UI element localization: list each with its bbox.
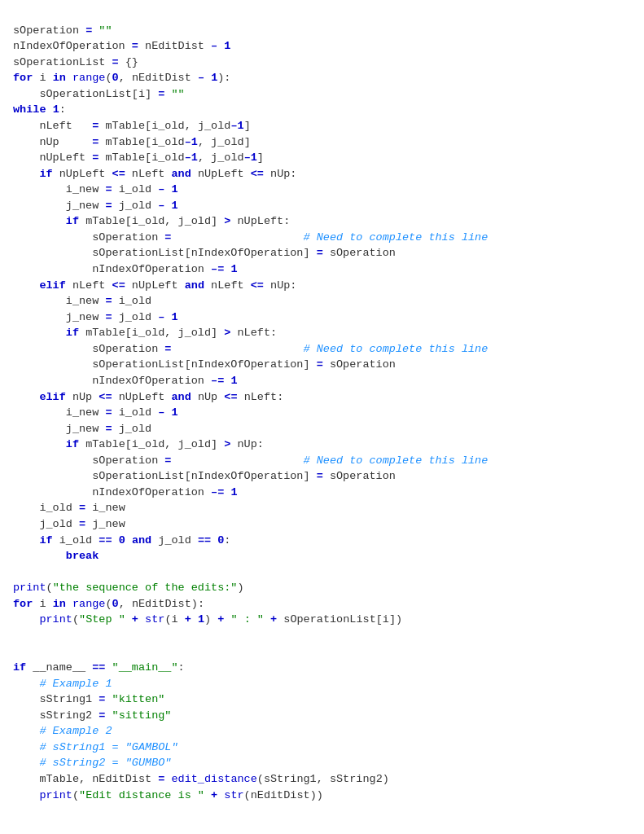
line-30: nIndexOfOperation –= 1 <box>13 486 237 498</box>
line-28: sOperation = # Need to complete this lin… <box>13 454 488 467</box>
line-21: sOperation = # Need to complete this lin… <box>13 343 488 355</box>
line-43: # sString1 = "GAMBOL" <box>13 741 178 753</box>
line-26: j_new = j_old <box>13 423 151 435</box>
line-5: sOperationList[i] = "" <box>13 88 185 100</box>
line-12: j_new = j_old – 1 <box>13 200 178 212</box>
line-20: if mTable[i_old, j_old] > nLeft: <box>13 327 277 339</box>
line-18: i_new = i_old <box>13 295 151 307</box>
line-19: j_new = j_old – 1 <box>13 311 178 323</box>
line-23: nIndexOfOperation –= 1 <box>13 375 237 387</box>
line-7: nLeft = mTable[i_old, j_old–1] <box>13 120 251 132</box>
line-39: # Example 1 <box>13 678 112 690</box>
code-editor: sOperation = "" nIndexOfOperation = nEdi… <box>13 7 631 803</box>
line-34: break <box>13 550 99 562</box>
line-37: print("Step " + str(i + 1) + " : " + sOp… <box>13 613 402 626</box>
line-15: sOperationList[nIndexOfOperation] = sOpe… <box>13 247 396 259</box>
line-14: sOperation = # Need to complete this lin… <box>13 231 488 244</box>
line-33: if i_old == 0 and j_old == 0: <box>13 534 230 546</box>
line-8: nUp = mTable[i_old–1, j_old] <box>13 136 251 148</box>
line-9: nUpLeft = mTable[i_old–1, j_old–1] <box>13 151 264 164</box>
line-6: while 1: <box>13 103 66 116</box>
line-29: sOperationList[nIndexOfOperation] = sOpe… <box>13 470 396 482</box>
line-41: sString2 = "sitting" <box>13 709 171 722</box>
line-35: print("the sequence of the edits:") <box>13 582 244 594</box>
line-10: if nUpLeft <= nLeft and nUpLeft <= nUp: <box>13 168 296 180</box>
line-44: # sString2 = "GUMBO" <box>13 757 171 769</box>
line-32: j_old = j_new <box>13 518 125 530</box>
line-38: if __name__ == "__main__": <box>13 661 185 674</box>
line-2: nIndexOfOperation = nEditDist – 1 <box>13 40 230 52</box>
line-1: sOperation = "" <box>13 24 112 37</box>
line-24: elif nUp <= nUpLeft and nUp <= nLeft: <box>13 391 283 403</box>
line-45: mTable, nEditDist = edit_distance(sStrin… <box>13 773 389 785</box>
line-42: # Example 2 <box>13 725 112 737</box>
line-11: i_new = i_old – 1 <box>13 183 178 195</box>
line-4: for i in range(0, nEditDist – 1): <box>13 72 230 84</box>
line-22: sOperationList[nIndexOfOperation] = sOpe… <box>13 358 396 371</box>
line-25: i_new = i_old – 1 <box>13 406 178 419</box>
line-13: if mTable[i_old, j_old] > nUpLeft: <box>13 215 290 227</box>
line-46: print("Edit distance is " + str(nEditDis… <box>13 789 323 801</box>
line-17: elif nLeft <= nUpLeft and nLeft <= nUp: <box>13 279 296 292</box>
line-36: for i in range(0, nEditDist): <box>13 598 204 610</box>
line-3: sOperationList = {} <box>13 56 138 68</box>
line-16: nIndexOfOperation –= 1 <box>13 263 237 275</box>
line-31: i_old = i_new <box>13 502 125 514</box>
line-40: sString1 = "kitten" <box>13 693 164 705</box>
line-27: if mTable[i_old, j_old] > nUp: <box>13 438 264 450</box>
